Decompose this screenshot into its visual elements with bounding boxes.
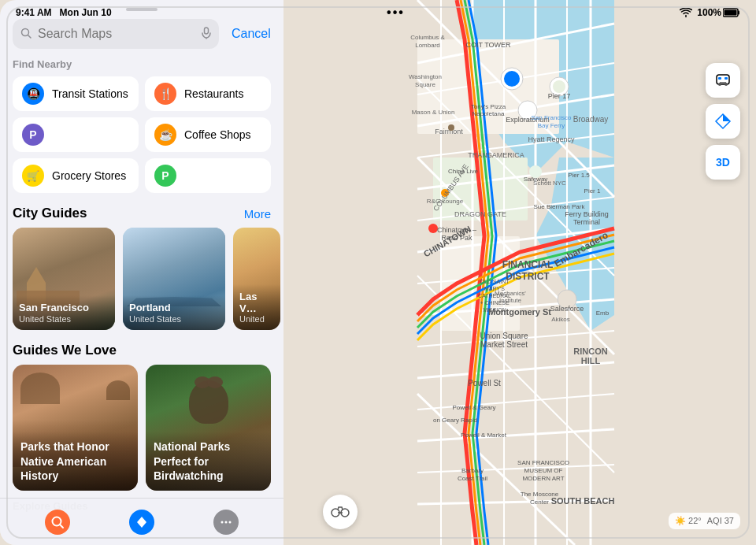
svg-text:Coast Trail: Coast Trail	[458, 475, 487, 482]
svg-text:Powell St: Powell St	[468, 379, 501, 387]
partial1-icon: P	[22, 124, 44, 146]
nearby-item-transit[interactable]: 🚇 Transit Stations	[13, 76, 139, 111]
svg-text:Akikos: Akikos	[551, 316, 570, 323]
svg-text:Market Street: Market Street	[480, 340, 528, 349]
binoculars-button[interactable]	[323, 495, 358, 529]
search-input[interactable]	[38, 27, 195, 41]
svg-text:Chinatown –: Chinatown –	[437, 226, 476, 234]
guide-card-sf[interactable]: San Francisco United States	[13, 228, 115, 330]
sf-title: San Francisco	[19, 302, 109, 314]
city-guides-header: City Guides More	[0, 193, 284, 228]
grocery-icon: 🛒	[22, 165, 44, 187]
svg-text:Washington: Washington	[409, 73, 442, 80]
guide-card-lasvegas[interactable]: Las V… United	[233, 228, 280, 330]
grocery-label: Grocery Stores	[52, 169, 126, 182]
svg-text:Emb: Emb	[596, 310, 610, 317]
search-icon	[20, 28, 32, 41]
tab-location[interactable]	[129, 510, 154, 535]
svg-text:Square: Square	[415, 81, 435, 88]
svg-text:Pier 1: Pier 1	[584, 187, 601, 195]
svg-text:Bay Ferry: Bay Ferry	[538, 122, 565, 129]
portland-subtitle: United States	[129, 314, 219, 324]
city-guides-more[interactable]: More	[244, 207, 271, 221]
svg-point-38	[504, 71, 520, 87]
tab-search[interactable]	[45, 510, 70, 535]
svg-text:Napoletana: Napoletana	[472, 110, 505, 117]
svg-text:Columbus &: Columbus &	[410, 34, 445, 41]
cancel-button[interactable]: Cancel	[225, 27, 271, 41]
svg-text:Salesforce: Salesforce	[550, 305, 584, 313]
svg-text:Tony's Pizza: Tony's Pizza	[471, 103, 506, 110]
nearby-item-restaurants[interactable]: 🍴 Restaurants	[145, 76, 271, 111]
svg-point-110	[220, 521, 223, 523]
svg-text:COIT TOWER: COIT TOWER	[465, 41, 511, 49]
more-tab-icon	[213, 510, 239, 535]
temp-display: ☀️	[675, 516, 688, 525]
search-tab-icon	[45, 510, 70, 535]
three-dots: •••	[387, 6, 405, 20]
panel-bottom-icons	[0, 498, 284, 545]
svg-text:Mason & Union: Mason & Union	[412, 109, 455, 116]
guides-love-title: Guides We Love	[13, 343, 117, 358]
side-panel: Cancel Find Nearby 🚇 Transit Stations 🍴 …	[0, 0, 284, 545]
nearby-item-partial2[interactable]: P	[145, 158, 271, 193]
nearby-item-partial1[interactable]: P	[13, 117, 139, 152]
svg-text:Pier 17: Pier 17	[548, 92, 571, 100]
nearby-item-coffee[interactable]: ☕ Coffee Shops	[145, 117, 271, 152]
battery: 100%	[697, 7, 740, 18]
tab-more[interactable]	[213, 510, 239, 535]
svg-text:Lombard: Lombard	[415, 42, 440, 49]
date: Mon Jun 10	[60, 7, 112, 18]
city-guides-title: City Guides	[13, 206, 87, 221]
svg-text:MODERN ART: MODERN ART	[522, 475, 564, 482]
nearby-item-grocery[interactable]: 🛒 Grocery Stores	[13, 158, 139, 193]
restaurants-label: Restaurants	[184, 87, 243, 100]
status-bar: 9:41 AM Mon Jun 10 ••• 100%	[0, 0, 756, 25]
find-nearby-label: Find Nearby	[0, 55, 284, 76]
transit-control-button[interactable]	[706, 63, 740, 98]
love-card-birds[interactable]: National Parks Perfect for Birdwatching	[146, 365, 271, 491]
portland-title: Portland	[129, 302, 219, 314]
sf-overlay: San Francisco United States	[13, 295, 115, 330]
lasvegas-subtitle: United	[239, 314, 274, 324]
svg-text:Schott NYC: Schott NYC	[533, 180, 566, 187]
svg-text:Center: Center	[530, 499, 549, 506]
svg-text:FINANCIAL: FINANCIAL	[502, 259, 554, 270]
svg-point-111	[224, 521, 227, 523]
svg-text:Sue Bierman Park: Sue Bierman Park	[534, 203, 586, 210]
status-left: 9:41 AM Mon Jun 10	[16, 7, 112, 18]
aqi-value: AQI 37	[707, 516, 734, 525]
3d-control-button[interactable]: 3D	[706, 145, 740, 180]
birds-overlay: National Parks Perfect for Birdwatching	[146, 432, 271, 491]
partial2-icon: P	[154, 165, 176, 187]
lasvegas-title: Las V…	[239, 291, 274, 314]
svg-text:Broadway: Broadway	[573, 115, 608, 124]
birds-title: National Parks Perfect for Birdwatching	[154, 439, 263, 483]
svg-line-109	[60, 525, 63, 528]
status-center: •••	[387, 6, 405, 20]
svg-text:MUSEUM OF: MUSEUM OF	[524, 467, 563, 474]
svg-text:Rose Pak: Rose Pak	[441, 234, 472, 242]
svg-text:CATHEDRAL: CATHEDRAL	[478, 293, 511, 298]
svg-text:on Geary Rapid: on Geary Rapid	[433, 417, 477, 424]
svg-text:Pier 1.5: Pier 1.5	[568, 172, 590, 179]
svg-text:Union Square: Union Square	[480, 332, 528, 340]
mic-icon[interactable]	[202, 27, 211, 42]
svg-text:OLD SAINT: OLD SAINT	[480, 279, 510, 284]
svg-point-55	[448, 124, 454, 131]
status-right: 100%	[680, 7, 740, 18]
guide-card-portland[interactable]: Portland United States	[123, 228, 225, 330]
guides-love-header: Guides We Love	[0, 330, 284, 365]
svg-text:San Francisco: San Francisco	[531, 114, 572, 121]
location-control-button[interactable]	[706, 104, 740, 139]
svg-rect-117	[718, 77, 721, 80]
map-controls: 3D	[706, 63, 740, 180]
sf-subtitle: United States	[19, 314, 109, 324]
parks-title: Parks that Honor Native American History	[20, 439, 130, 483]
nearby-grid: 🚇 Transit Stations 🍴 Restaurants P ☕ Cof…	[0, 76, 284, 193]
svg-text:SAN FRANCISCO: SAN FRANCISCO	[517, 459, 569, 466]
svg-point-40	[553, 80, 565, 93]
time: 9:41 AM	[16, 7, 52, 18]
restaurants-icon: 🍴	[154, 83, 176, 105]
love-card-parks[interactable]: Parks that Honor Native American History	[13, 365, 138, 491]
